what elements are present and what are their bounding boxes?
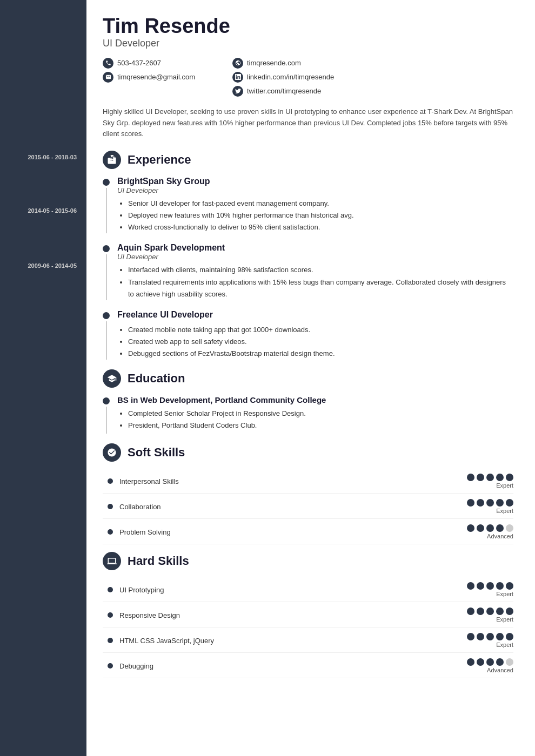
exp-item-1: BrightSpan Sky Group UI Developer Senior… <box>103 177 513 233</box>
edu-content-1: BS in Web Development, Portland Communit… <box>117 395 513 434</box>
hard-skill-rating-3: Expert <box>467 633 513 648</box>
summary-text: Highly skilled UI Developer, seeking to … <box>103 106 513 140</box>
exp-bullet-2-0: Interfaced with clients, maintaining 98%… <box>128 264 513 276</box>
exp-bullet-1-2: Worked cross-functionally to deliver to … <box>128 221 513 233</box>
soft-skill-1: Interpersonal Skills Expert <box>103 469 513 494</box>
hard-skill-level-3: Expert <box>496 642 513 648</box>
hard-skills-title: Hard Skills <box>128 554 189 568</box>
experience-header: Experience <box>103 151 513 169</box>
timeline-dot-1 <box>103 179 110 186</box>
hard-skill-rating-1: Expert <box>467 582 513 597</box>
education-header: Education <box>103 369 513 388</box>
candidate-name: Tim Resende <box>103 15 513 38</box>
contact-phone: 503-437-2607 <box>103 58 222 69</box>
exp-bullets-1: Senior UI developer for fast-paced event… <box>117 198 513 233</box>
edu-degree-1: BS in Web Development, Portland Communit… <box>117 395 513 404</box>
soft-skill-dot-2 <box>108 504 113 509</box>
hard-skill-rating-4: Advanced <box>467 658 513 673</box>
twitter-icon <box>232 86 243 97</box>
hard-skill-name-4: Debugging <box>117 662 467 670</box>
soft-skills-list: Interpersonal Skills Expert <box>103 469 513 544</box>
soft-skill-dot-col-1 <box>103 478 117 484</box>
hard-skill-name-3: HTML CSS JavaScript, jQuery <box>117 637 467 645</box>
hard-skills-section: Hard Skills UI Prototyping <box>103 552 513 678</box>
exp-content-1: BrightSpan Sky Group UI Developer Senior… <box>117 177 513 233</box>
soft-skill-2: Collaboration Expert <box>103 495 513 519</box>
web-icon <box>232 58 243 69</box>
hard-skill-level-1: Expert <box>496 591 513 597</box>
edu-bullet-1-0: Completed Senior Scholar Project in Resp… <box>128 408 513 420</box>
soft-skill-dots-1 <box>467 474 513 481</box>
header: Tim Resende UI Developer 503-437-2607 <box>103 15 513 97</box>
hard-skill-dot-col-1 <box>103 587 117 592</box>
hard-skills-list: UI Prototyping Expert <box>103 578 513 678</box>
exp-company-1: BrightSpan Sky Group <box>117 177 513 186</box>
exp-role-1: UI Developer <box>117 186 513 194</box>
exp-bullet-3-1: Created web app to sell safety videos. <box>128 336 513 348</box>
soft-skill-name-2: Collaboration <box>117 503 467 511</box>
soft-skill-rating-3: Advanced <box>467 524 513 539</box>
phone-text: 503-437-2607 <box>117 59 161 67</box>
date-exp-2: 2014-05 - 2015-06 <box>0 204 86 218</box>
web-text: timqresende.com <box>247 59 301 67</box>
email-text: timqresende@gmail.com <box>117 73 195 81</box>
hard-skill-4: Debugging Advanced <box>103 654 513 678</box>
contact-twitter: twitter.com/timqresende <box>232 86 513 97</box>
date-exp-3: 2009-06 - 2014-05 <box>0 259 86 273</box>
hard-skills-header: Hard Skills <box>103 552 513 570</box>
edu-bullets-1: Completed Senior Scholar Project in Resp… <box>117 408 513 431</box>
experience-section: Experience BrightSpan Sky Group UI Devel… <box>103 151 513 360</box>
sidebar: 2015-06 - 2018-03 2014-05 - 2015-06 2009… <box>0 0 86 756</box>
soft-skill-name-3: Problem Solving <box>117 528 467 536</box>
exp-content-2: Aquin Spark Development UI Developer Int… <box>117 243 513 300</box>
timeline-line-3 <box>106 321 107 360</box>
soft-skills-header: Soft Skills <box>103 443 513 462</box>
hard-skill-name-1: UI Prototyping <box>117 586 467 594</box>
contact-email: timqresende@gmail.com <box>103 72 222 83</box>
hard-skill-dot-3 <box>108 638 113 643</box>
exp-role-2: UI Developer <box>117 253 513 261</box>
soft-skill-name-1: Interpersonal Skills <box>117 477 467 485</box>
soft-skill-dot-col-3 <box>103 529 117 535</box>
candidate-title: UI Developer <box>103 38 513 49</box>
soft-skill-level-2: Expert <box>496 508 513 514</box>
date-exp-1: 2015-06 - 2018-03 <box>0 150 86 165</box>
hard-skill-name-2: Responsive Design <box>117 611 467 619</box>
soft-skill-dot-1 <box>108 478 113 484</box>
hard-skill-1: UI Prototyping Expert <box>103 578 513 602</box>
main-content: Tim Resende UI Developer 503-437-2607 <box>86 0 535 756</box>
hard-skill-dots-1 <box>467 582 513 590</box>
soft-skills-icon <box>103 443 121 462</box>
hard-skill-dot-col-2 <box>103 612 117 618</box>
hard-skill-dots-3 <box>467 633 513 640</box>
hard-skill-dot-1 <box>108 587 113 592</box>
timeline-dot-col-2 <box>103 243 110 300</box>
hard-skill-dots-4 <box>467 658 513 666</box>
timeline-line-1 <box>106 188 107 233</box>
education-section: Education BS in Web Development, Portlan… <box>103 369 513 434</box>
edu-dot-col-1 <box>103 395 110 434</box>
exp-bullets-2: Interfaced with clients, maintaining 98%… <box>117 264 513 300</box>
experience-icon <box>103 151 121 169</box>
soft-skill-level-3: Advanced <box>487 533 513 539</box>
hard-skill-2: Responsive Design Expert <box>103 603 513 627</box>
timeline-dot-col-3 <box>103 310 110 360</box>
soft-skills-title: Soft Skills <box>128 446 185 460</box>
linkedin-text: linkedin.com/in/timqresende <box>247 73 334 81</box>
soft-skills-section: Soft Skills Interpersonal Skills <box>103 443 513 544</box>
soft-skill-rating-2: Expert <box>467 499 513 514</box>
exp-bullet-1-1: Deployed new features with 10% higher pe… <box>128 210 513 221</box>
contact-web: timqresende.com <box>232 58 513 69</box>
soft-skill-dot-col-2 <box>103 504 117 509</box>
contact-linkedin: linkedin.com/in/timqresende <box>232 72 513 83</box>
timeline-dot-2 <box>103 245 110 252</box>
hard-skill-3: HTML CSS JavaScript, jQuery Expert <box>103 629 513 653</box>
exp-bullets-3: Created mobile note taking app that got … <box>117 324 513 360</box>
soft-skill-dots-2 <box>467 499 513 507</box>
soft-skill-dot-3 <box>108 529 113 535</box>
timeline-line-2 <box>106 254 107 300</box>
timeline-dot-col-1 <box>103 177 110 233</box>
soft-skill-level-1: Expert <box>496 482 513 489</box>
education-title: Education <box>128 372 185 386</box>
phone-icon <box>103 58 113 69</box>
